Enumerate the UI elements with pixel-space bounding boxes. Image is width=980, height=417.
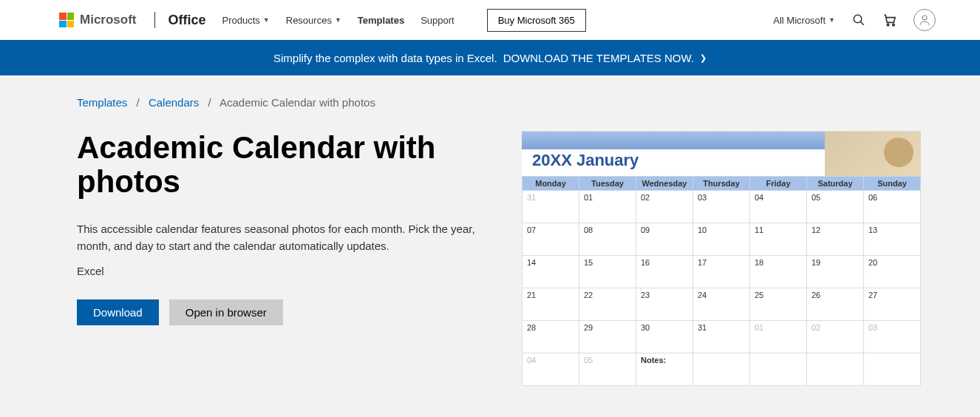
chevron-down-icon: ▼ (335, 16, 341, 24)
calendar-cell: 20 (864, 256, 921, 288)
template-app: Excel (77, 265, 487, 277)
calendar-cell: 08 (579, 223, 636, 256)
template-details: Academic Calendar with photos This acces… (77, 131, 487, 386)
calendar-cell: 17 (693, 256, 750, 288)
svg-point-0 (854, 15, 862, 23)
page-title: Academic Calendar with photos (77, 131, 487, 199)
calendar-day-header: Tuesday (579, 177, 636, 191)
breadcrumb-separator: / (208, 96, 211, 109)
calendar-cell: 26 (807, 288, 864, 321)
cart-icon[interactable] (882, 13, 897, 27)
svg-line-1 (860, 21, 864, 25)
calendar-cell: 02 (636, 191, 693, 223)
calendar-cell: 18 (750, 256, 807, 288)
calendar-cell: 15 (579, 256, 636, 288)
template-preview: 20XX January MondayTuesdayWednesdayThurs… (522, 131, 921, 386)
download-button[interactable]: Download (77, 299, 159, 325)
calendar-cell: 07 (523, 223, 579, 256)
calendar-cell: 24 (693, 288, 750, 321)
calendar-cell: 31 (523, 191, 579, 223)
banner-cta: DOWNLOAD THE TEMPLATES NOW. (503, 52, 694, 64)
microsoft-text: Microsoft (80, 13, 137, 27)
breadcrumb-separator: / (137, 96, 140, 109)
chevron-down-icon: ▼ (828, 16, 835, 24)
nav-support[interactable]: Support (421, 15, 455, 26)
calendar-header: 20XX January (522, 132, 921, 176)
calendar-cell: 29 (579, 321, 636, 353)
chevron-down-icon: ▼ (263, 16, 270, 24)
site-header: Microsoft Office Products▼ Resources▼ Te… (0, 0, 980, 40)
calendar-cell: 05 (807, 191, 864, 223)
calendar-cell: 16 (636, 256, 693, 288)
calendar-cell: 09 (636, 223, 693, 256)
calendar-cell: 21 (523, 288, 579, 321)
primary-nav: Products▼ Resources▼ Templates Support B… (222, 9, 586, 32)
open-in-browser-button[interactable]: Open in browser (169, 299, 283, 325)
banner-lead: Simplify the complex with data types in … (273, 52, 497, 64)
calendar-day-header: Friday (750, 177, 807, 191)
calendar-cell (864, 353, 921, 386)
nav-support-label: Support (421, 15, 455, 26)
buy-microsoft-365-button[interactable]: Buy Microsoft 365 (487, 9, 586, 32)
calendar-day-header: Monday (523, 177, 579, 191)
page-content: Templates / Calendars / Academic Calenda… (0, 75, 980, 417)
all-microsoft-menu[interactable]: All Microsoft▼ (773, 15, 835, 26)
calendar-cell: 04 (750, 191, 807, 223)
nav-resources[interactable]: Resources▼ (286, 15, 341, 26)
all-microsoft-label: All Microsoft (773, 15, 826, 26)
calendar-day-header: Wednesday (636, 177, 693, 191)
calendar-cell (750, 353, 807, 386)
calendar-cell: 30 (636, 321, 693, 353)
nav-templates-label: Templates (358, 15, 404, 26)
calendar-cell: 31 (693, 321, 750, 353)
calendar-cell (807, 353, 864, 386)
calendar-cell: Notes: (636, 353, 693, 386)
calendar-cell: 10 (693, 223, 750, 256)
svg-point-3 (893, 24, 895, 25)
calendar-cell: 04 (523, 353, 579, 386)
svg-point-4 (922, 16, 927, 20)
calendar-grid: MondayTuesdayWednesdayThursdayFridaySatu… (522, 176, 921, 386)
nav-templates[interactable]: Templates (358, 15, 404, 26)
nav-resources-label: Resources (286, 15, 332, 26)
breadcrumb-templates[interactable]: Templates (77, 96, 127, 109)
breadcrumb: Templates / Calendars / Academic Calenda… (0, 75, 980, 109)
calendar-cell: 22 (579, 288, 636, 321)
calendar-cell: 12 (807, 223, 864, 256)
breadcrumb-current: Academic Calendar with photos (220, 96, 375, 109)
nav-products-label: Products (222, 15, 260, 26)
breadcrumb-calendars[interactable]: Calendars (149, 96, 199, 109)
calendar-day-header: Sunday (864, 177, 921, 191)
microsoft-logo-icon (59, 13, 74, 27)
calendar-day-header: Thursday (693, 177, 750, 191)
calendar-photo (825, 132, 921, 176)
svg-point-2 (887, 24, 889, 25)
calendar-cell: 03 (864, 321, 921, 353)
header-tools: All Microsoft▼ (773, 9, 965, 31)
calendar-cell: 05 (579, 353, 636, 386)
promo-banner[interactable]: Simplify the complex with data types in … (0, 40, 980, 75)
calendar-cell: 27 (864, 288, 921, 321)
calendar-cell (693, 353, 750, 386)
office-brand[interactable]: Office (169, 13, 206, 28)
calendar-cell: 02 (807, 321, 864, 353)
microsoft-logo[interactable]: Microsoft (59, 13, 137, 27)
divider (154, 12, 155, 28)
calendar-cell: 01 (579, 191, 636, 223)
calendar-day-header: Saturday (807, 177, 864, 191)
calendar-cell: 01 (750, 321, 807, 353)
account-avatar[interactable] (913, 9, 936, 31)
calendar-cell: 28 (523, 321, 579, 353)
template-description: This accessible calendar features season… (77, 221, 487, 254)
action-buttons: Download Open in browser (77, 299, 487, 325)
calendar-cell: 19 (807, 256, 864, 288)
nav-products[interactable]: Products▼ (222, 15, 270, 26)
calendar-title: 20XX January (532, 151, 639, 170)
chevron-right-icon: ❯ (700, 53, 707, 63)
search-icon[interactable] (851, 13, 866, 27)
calendar-cell: 03 (693, 191, 750, 223)
calendar-cell: 11 (750, 223, 807, 256)
calendar-cell: 14 (523, 256, 579, 288)
calendar-cell: 06 (864, 191, 921, 223)
calendar-cell: 23 (636, 288, 693, 321)
